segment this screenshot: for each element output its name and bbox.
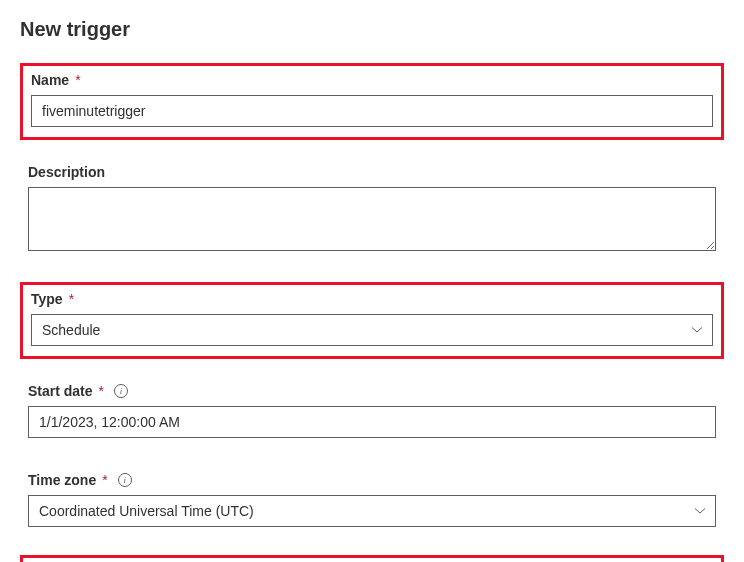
name-section: Name * (20, 63, 724, 140)
description-textarea[interactable] (28, 187, 716, 251)
recurrence-section: Recurrence * i Every Minute(s) (20, 555, 724, 562)
page-title: New trigger (20, 18, 724, 41)
info-icon[interactable]: i (114, 384, 128, 398)
required-asterisk: * (75, 72, 80, 88)
name-input[interactable] (31, 95, 713, 127)
name-label: Name (31, 72, 69, 88)
start-date-label: Start date (28, 383, 93, 399)
type-label: Type (31, 291, 63, 307)
start-date-label-row: Start date * i (28, 383, 716, 399)
start-date-section: Start date * i (20, 377, 724, 448)
time-zone-label: Time zone (28, 472, 96, 488)
required-asterisk: * (102, 472, 107, 488)
type-label-row: Type * (31, 291, 713, 307)
name-label-row: Name * (31, 72, 713, 88)
type-select-value: Schedule (42, 322, 100, 338)
type-select[interactable]: Schedule (31, 314, 713, 346)
description-label: Description (28, 164, 105, 180)
start-date-input[interactable] (28, 406, 716, 438)
time-zone-label-row: Time zone * i (28, 472, 716, 488)
info-icon[interactable]: i (118, 473, 132, 487)
required-asterisk: * (99, 383, 104, 399)
description-section: Description (20, 158, 724, 264)
time-zone-select-value: Coordinated Universal Time (UTC) (39, 503, 254, 519)
time-zone-select[interactable]: Coordinated Universal Time (UTC) (28, 495, 716, 527)
required-asterisk: * (69, 291, 74, 307)
time-zone-section: Time zone * i Coordinated Universal Time… (20, 466, 724, 537)
type-section: Type * Schedule (20, 282, 724, 359)
description-label-row: Description (28, 164, 716, 180)
